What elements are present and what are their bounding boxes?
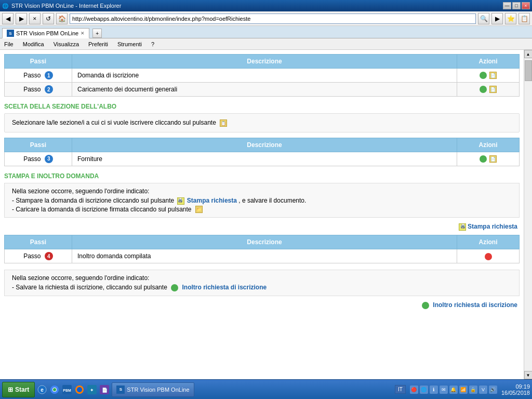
passo-cell-3: Passo 3 xyxy=(5,152,72,166)
table-passi-3: Passi Descrizione Azioni Passo 4 Inoltro… xyxy=(4,235,520,263)
doc-icon-3[interactable]: 📄 xyxy=(489,155,497,163)
desc-cell-3: Forniture xyxy=(72,152,457,166)
desc-cell-1: Domanda di iscrizione xyxy=(72,69,457,83)
notice-text-1b: , e salvare il documento. xyxy=(238,197,306,204)
status-icon-green-3[interactable] xyxy=(480,155,487,163)
section-albo-header: SCELTA DELLA SEZIONE DELL'ALBO xyxy=(4,103,520,110)
title-bar-buttons: — □ × xyxy=(503,2,530,9)
menu-visualizza[interactable]: Visualizza xyxy=(51,40,81,48)
scrollbar[interactable]: ▲ ▼ xyxy=(524,50,532,379)
go-button[interactable]: ▶ xyxy=(491,13,503,24)
upload-icon-small: 📁 xyxy=(195,206,203,213)
passo-label-1: Passo xyxy=(23,72,43,79)
forward-button[interactable]: ▶ xyxy=(16,13,27,24)
albo-info-text: Selezionare la/le sezione/i a cui ci si … xyxy=(12,119,216,126)
tab-str-vision[interactable]: S STR Vision PBM OnLine ✕ xyxy=(2,28,89,38)
tab-close-button[interactable]: ✕ xyxy=(81,31,85,36)
inoltro-icon-large xyxy=(422,302,429,309)
refresh-button[interactable]: ↺ xyxy=(43,13,54,24)
col-header-passi-1: Passi xyxy=(5,55,72,69)
inoltro-richiesta-link[interactable]: Inoltro richiesta di iscrizione xyxy=(433,301,517,309)
notice-bottom-text: - Salvare la richiesta di iscrizione, cl… xyxy=(12,284,167,291)
menu-strumenti[interactable]: Strumenti xyxy=(115,40,144,48)
notice-line-2: - Caricare la domanda di iscrizione firm… xyxy=(12,206,512,214)
window-title: STR Vision PBM OnLine - Internet Explore… xyxy=(11,3,121,9)
inoltro-link-inline[interactable]: Inoltro richiesta di iscrizione xyxy=(182,284,267,291)
home-button[interactable]: 🏠 xyxy=(56,13,68,24)
notice-box-bottom: Nella sezione occorre, seguendo l'ordine… xyxy=(4,270,520,296)
col-header-passi-3: Passi xyxy=(5,235,72,249)
title-bar-left: 🌐 STR Vision PBM OnLine - Internet Explo… xyxy=(2,3,121,9)
doc-icon-1[interactable]: 📄 xyxy=(489,72,497,79)
table-passi-1: Passi Descrizione Azioni Passo 1 Domanda… xyxy=(4,54,520,97)
minimize-button[interactable]: — xyxy=(503,2,511,9)
tab-logo: S xyxy=(7,30,14,37)
info-box-albo: Selezionare la/le sezione/i a cui ci si … xyxy=(4,113,520,132)
print-icon-large: 🖨️ xyxy=(459,223,466,231)
menu-preferiti[interactable]: Preferiti xyxy=(86,40,110,48)
back-button[interactable]: ◀ xyxy=(2,13,14,24)
scroll-thumb[interactable] xyxy=(525,60,532,81)
desc-cell-4: Inoltro domanda compilata xyxy=(72,249,457,263)
stop-button[interactable]: ✕ xyxy=(29,13,41,24)
passo-label-4: Passo xyxy=(23,252,43,260)
table-row: Passo 4 Inoltro domanda compilata xyxy=(5,249,520,263)
search-icon[interactable]: 🔍 xyxy=(478,13,489,24)
desc-cell-2: Caricamento dei documenti generali xyxy=(72,83,457,97)
col-header-desc-3: Descrizione xyxy=(72,235,457,249)
passo-cell-2: Passo 2 xyxy=(5,83,72,97)
print-link-inline[interactable]: Stampa richiesta xyxy=(187,197,237,204)
notice-box-stampa: Nella sezione occorre, seguendo l'ordine… xyxy=(4,183,520,218)
passo-label-2: Passo xyxy=(23,86,43,93)
notice-text-2: - Caricare la domanda di iscrizione firm… xyxy=(12,206,192,213)
favorites-icon[interactable]: ⭐ xyxy=(505,13,516,24)
passo-label-3: Passo xyxy=(23,155,43,162)
doc-icon-2[interactable]: 📄 xyxy=(489,86,497,93)
browser-toolbar: ◀ ▶ ✕ ↺ 🏠 🔍 ▶ ⭐ 📋 xyxy=(0,11,532,26)
tab-bar: S STR Vision PBM OnLine ✕ + xyxy=(0,26,532,38)
passo-cell-4: Passo 4 xyxy=(5,249,72,263)
step-badge-2: 2 xyxy=(45,85,53,94)
close-button[interactable]: × xyxy=(522,2,530,9)
col-header-passi-2: Passi xyxy=(5,138,72,152)
menu-help[interactable]: ? xyxy=(149,40,156,48)
notice-title: Nella sezione occorre, seguendo l'ordine… xyxy=(12,188,512,195)
title-bar: 🌐 STR Vision PBM OnLine - Internet Explo… xyxy=(0,0,532,11)
col-header-azioni-3: Azioni xyxy=(457,235,520,249)
status-icon-red-4[interactable] xyxy=(485,253,492,260)
menu-file[interactable]: File xyxy=(2,40,16,48)
col-header-desc-2: Descrizione xyxy=(72,138,457,152)
notice-text-1a: - Stampare la domanda di iscrizione clic… xyxy=(12,197,174,204)
scroll-down-button[interactable]: ▼ xyxy=(524,371,533,379)
passo-cell-1: Passo 1 xyxy=(5,69,72,83)
status-icon-green-2[interactable] xyxy=(480,86,487,93)
status-icon-green-1[interactable] xyxy=(480,72,487,79)
table-row: Passo 2 Caricamento dei documenti genera… xyxy=(5,83,520,97)
col-header-azioni-2: Azioni xyxy=(457,138,520,152)
scroll-up-button[interactable]: ▲ xyxy=(524,50,533,58)
table-row: Passo 1 Domanda di iscrizione 📄 xyxy=(5,69,520,83)
stampa-richiesta-link[interactable]: Stampa richiesta xyxy=(468,223,517,230)
col-header-desc-1: Descrizione xyxy=(72,55,457,69)
inoltro-status-icon xyxy=(171,284,178,291)
azioni-cell-2: 📄 xyxy=(457,83,520,97)
page-content: Passi Descrizione Azioni Passo 1 Domanda… xyxy=(0,50,532,317)
menu-modifica[interactable]: Modifica xyxy=(21,40,46,48)
stamp-row: 🖨️ Stampa richiesta xyxy=(4,223,520,231)
print-icon-small: 🖨️ xyxy=(177,197,184,205)
maximize-button[interactable]: □ xyxy=(512,2,521,9)
tab-label: STR Vision PBM OnLine xyxy=(16,30,78,36)
history-icon[interactable]: 📋 xyxy=(518,13,530,24)
notice-bottom-title: Nella sezione occorre, seguendo l'ordine… xyxy=(12,274,512,282)
address-input[interactable] xyxy=(70,14,476,24)
inoltro-row: Inoltro richiesta di iscrizione xyxy=(4,301,520,309)
notice-bottom-line1: - Salvare la richiesta di iscrizione, cl… xyxy=(12,284,512,291)
step-badge-3: 3 xyxy=(45,155,53,163)
menu-bar: File Modifica Visualizza Preferiti Strum… xyxy=(0,38,532,50)
table-row: Passo 3 Forniture 📄 xyxy=(5,152,520,166)
albo-doc-icon[interactable]: 📋 xyxy=(220,119,227,127)
new-tab-button[interactable]: + xyxy=(92,29,102,38)
step-badge-1: 1 xyxy=(45,71,53,79)
app-icon: 🌐 xyxy=(2,3,8,9)
azioni-cell-1: 📄 xyxy=(457,69,520,83)
